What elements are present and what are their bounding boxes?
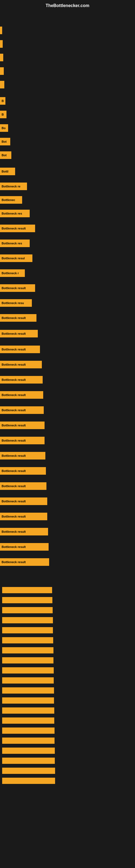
bottleneck-label: Bottleneck result xyxy=(2,617,53,623)
bottleneck-row: Bottleneck result xyxy=(0,716,135,725)
bottleneck-row: Bottleneck result xyxy=(0,616,135,625)
bottleneck-section: Bottleneck resultBottleneck resultBottle… xyxy=(0,580,135,785)
bar: Bottleneck result xyxy=(0,497,47,505)
bottleneck-row: Bottleneck result xyxy=(0,776,135,785)
bar: Bottleneck result xyxy=(0,225,35,232)
bar-row: Bottleneck result xyxy=(0,314,135,322)
bar-row: Bottleneck result xyxy=(0,391,135,399)
bar: Bottleneck resul xyxy=(0,254,32,262)
bottleneck-label: Bottleneck result xyxy=(2,717,54,724)
site-title: TheBottlenecker.com xyxy=(0,0,135,10)
bar-row: Bottleneck result xyxy=(0,558,135,566)
bar-row: Bottleneck result xyxy=(0,422,135,429)
bottleneck-row: Bottleneck result xyxy=(0,676,135,685)
bar-row: Bottleneck result xyxy=(0,330,135,337)
bottleneck-row: Bottleneck result xyxy=(0,726,135,735)
bar: Bottleneck result xyxy=(0,391,43,399)
bottleneck-row: Bottleneck result xyxy=(0,585,135,595)
bar xyxy=(0,54,3,61)
bar-row: Bottleneck result xyxy=(0,497,135,505)
bar: Bottleneck result xyxy=(0,361,42,368)
bar-row: Bottleneck result xyxy=(0,513,135,520)
bottleneck-row: Bottleneck result xyxy=(0,625,135,635)
bar-row xyxy=(0,81,135,88)
bottleneck-label: Bottleneck result xyxy=(2,768,55,774)
bar-row: Bottleneck result xyxy=(0,284,135,292)
bottleneck-label: Bottleneck result xyxy=(2,607,53,613)
bottleneck-label: Bottleneck result xyxy=(2,647,53,653)
bar-row: Bottleneck res xyxy=(0,240,135,247)
bar-row: Bottleneck result xyxy=(0,467,135,475)
bar: Bottleneck result xyxy=(0,422,45,429)
bottleneck-label: Bottleneck result xyxy=(2,778,55,784)
bottleneck-label: Bottleneck result xyxy=(2,677,54,684)
bar: Bottleneck resu xyxy=(0,299,32,307)
bar-row: Bottleneck result xyxy=(0,225,135,232)
bar: Bot xyxy=(0,151,11,159)
bottleneck-row: Bottleneck result xyxy=(0,656,135,665)
bottleneck-label: Bottleneck result xyxy=(2,698,54,704)
bar: Bottleneck res xyxy=(0,210,30,217)
bar: Bot xyxy=(0,138,10,145)
bottleneck-row: Bottleneck result xyxy=(0,706,135,715)
bar-row: Bottl xyxy=(0,167,135,175)
bar-row: Bottleneck result xyxy=(0,376,135,383)
bar-row: Bottleneck re xyxy=(0,183,135,190)
bar-row: Bottleneck resu xyxy=(0,299,135,307)
bottleneck-row: Bottleneck result xyxy=(0,636,135,645)
bar: Bottleneck result xyxy=(0,452,45,460)
bar-row xyxy=(0,27,135,34)
bar: Bottlenec xyxy=(0,196,22,204)
bar: Bottl xyxy=(0,167,15,175)
bar-row: Bottleneck result xyxy=(0,406,135,414)
bar: Bottleneck res xyxy=(0,240,30,247)
bottleneck-row: Bottleneck result xyxy=(0,736,135,745)
bar: Bottleneck result xyxy=(0,543,49,551)
bar-row xyxy=(0,54,135,61)
bar-row xyxy=(0,40,135,48)
bar-row: Bottleneck res xyxy=(0,210,135,217)
bottleneck-row: Bottleneck result xyxy=(0,686,135,695)
bar: Bottleneck result xyxy=(0,437,45,444)
bottleneck-label: Bottleneck result xyxy=(2,757,55,764)
bottleneck-row: Bottleneck result xyxy=(0,646,135,655)
bottleneck-row: Bottleneck result xyxy=(0,756,135,766)
bottleneck-row: Bottleneck result xyxy=(0,696,135,705)
bottleneck-label: Bottleneck result xyxy=(2,627,53,633)
chart-area: BBBoBotBotBottlBottleneck reBottlenecBot… xyxy=(0,10,135,580)
bar-row: Bottleneck result xyxy=(0,452,135,460)
bottleneck-label: Bottleneck result xyxy=(2,657,53,663)
bar xyxy=(0,81,4,88)
bottleneck-row: Bottleneck result xyxy=(0,595,135,605)
bar: Bottleneck re xyxy=(0,183,27,190)
bar-row: Bo xyxy=(0,124,135,132)
bar-row: Bottleneck result xyxy=(0,437,135,444)
bar: Bottleneck r xyxy=(0,269,25,277)
bar: Bo xyxy=(0,124,8,132)
bar: Bottleneck result xyxy=(0,346,40,353)
bottleneck-label: Bottleneck result xyxy=(2,748,55,754)
bar: Bottleneck result xyxy=(0,284,35,292)
bar-row: Bot xyxy=(0,138,135,145)
bar-row: Bottleneck result xyxy=(0,361,135,368)
bar xyxy=(0,40,3,48)
bottleneck-label: Bottleneck result xyxy=(2,727,54,734)
bar-row: Bottleneck r xyxy=(0,269,135,277)
bar-row: Bottleneck result xyxy=(0,543,135,551)
bar: Bottleneck result xyxy=(0,528,48,535)
bottleneck-label: Bottleneck result xyxy=(2,687,54,693)
bar-row: Bottleneck result xyxy=(0,482,135,490)
bottleneck-label: Bottleneck result xyxy=(2,738,54,744)
bar: Bottleneck result xyxy=(0,314,37,322)
bar xyxy=(0,67,4,75)
bar-row xyxy=(0,67,135,75)
bottleneck-label: Bottleneck result xyxy=(2,667,54,674)
bar-row: Bot xyxy=(0,151,135,159)
bar-row: Bottleneck result xyxy=(0,528,135,535)
bottleneck-label: Bottleneck result xyxy=(2,587,52,593)
bottleneck-label: Bottleneck result xyxy=(2,597,52,603)
bottleneck-row: Bottleneck result xyxy=(0,665,135,675)
bottleneck-label: Bottleneck result xyxy=(2,707,54,714)
bar-row: Bottlenec xyxy=(0,196,135,204)
bar-row: Bottleneck resul xyxy=(0,254,135,262)
